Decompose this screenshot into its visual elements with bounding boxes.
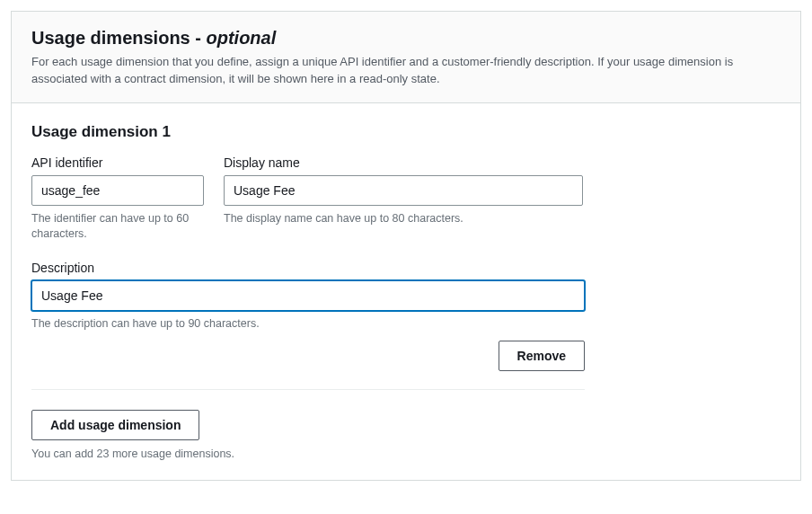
display-name-help: The display name can have up to 80 chara… — [224, 211, 583, 227]
remove-button[interactable]: Remove — [499, 341, 585, 371]
add-usage-dimension-button[interactable]: Add usage dimension — [31, 410, 199, 440]
api-identifier-help: The identifier can have up to 60 charact… — [31, 211, 204, 243]
description-field: Description The description can have up … — [31, 261, 585, 332]
api-identifier-field: API identifier The identifier can have u… — [31, 155, 204, 243]
divider — [31, 389, 585, 390]
panel-title: Usage dimensions - optional — [31, 28, 781, 49]
dimension-actions: Remove — [31, 341, 585, 371]
panel-body: Usage dimension 1 API identifier The ide… — [12, 103, 800, 481]
display-name-label: Display name — [224, 155, 583, 170]
display-name-field: Display name The display name can have u… — [224, 155, 583, 243]
panel-title-text: Usage dimensions - — [31, 28, 207, 48]
description-label: Description — [31, 261, 585, 275]
description-help: The description can have up to 90 charac… — [31, 316, 585, 332]
display-name-input[interactable] — [224, 175, 583, 206]
dimension-row-1: API identifier The identifier can have u… — [31, 155, 781, 243]
panel-header: Usage dimensions - optional For each usa… — [12, 12, 800, 103]
remaining-dimensions-help: You can add 23 more usage dimensions. — [31, 448, 781, 460]
api-identifier-label: API identifier — [31, 155, 204, 170]
api-identifier-input[interactable] — [31, 175, 204, 206]
dimension-title: Usage dimension 1 — [31, 123, 781, 141]
usage-dimensions-panel: Usage dimensions - optional For each usa… — [11, 11, 801, 481]
panel-description: For each usage dimension that you define… — [31, 54, 781, 88]
panel-title-optional: optional — [207, 28, 277, 48]
description-input[interactable] — [31, 280, 585, 311]
